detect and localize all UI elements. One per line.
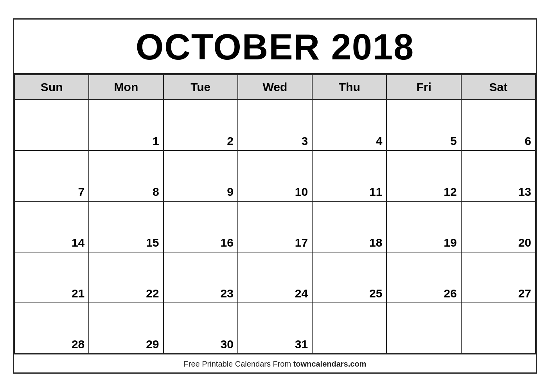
calendar-day-cell: 31 [238,303,312,354]
calendar-week-row: 123456 [14,100,536,150]
calendar-day-cell: 16 [164,201,238,252]
calendar-day-cell: 25 [312,252,386,303]
calendar-day-cell: 11 [312,150,386,201]
calendar-body: 1234567891011121314151617181920212223242… [14,100,536,354]
calendar-day-cell: 14 [14,201,89,252]
calendar-day-cell: 9 [164,150,238,201]
calendar-day-cell: 22 [89,252,163,303]
calendar-week-row: 14151617181920 [14,201,536,252]
calendar-footer: Free Printable Calendars From towncalend… [14,354,536,372]
calendar-day-cell: 8 [89,150,163,201]
header-tue: Tue [164,75,238,100]
calendar-day-cell: 7 [14,150,89,201]
calendar-day-cell: 3 [238,100,312,150]
calendar-day-cell: 21 [14,252,89,303]
footer-text: Free Printable Calendars From [184,360,293,368]
header-wed: Wed [238,75,312,100]
calendar-day-cell: 5 [386,100,461,150]
calendar-week-row: 28293031 [14,303,536,354]
header-thu: Thu [312,75,386,100]
calendar-day-cell: 12 [386,150,461,201]
calendar-week-row: 21222324252627 [14,252,536,303]
calendar-day-cell: 27 [461,252,536,303]
calendar-title: OCTOBER 2018 [14,20,536,74]
calendar-day-cell: 13 [461,150,536,201]
calendar-day-cell: 24 [238,252,312,303]
calendar-day-cell [461,303,536,354]
calendar-grid: Sun Mon Tue Wed Thu Fri Sat 123456789101… [14,74,536,354]
header-sat: Sat [461,75,536,100]
calendar-day-cell: 19 [386,201,461,252]
calendar-day-cell: 4 [312,100,386,150]
calendar-day-cell: 29 [89,303,163,354]
calendar-day-cell: 30 [164,303,238,354]
calendar-day-cell: 10 [238,150,312,201]
calendar-day-cell: 1 [89,100,163,150]
days-header-row: Sun Mon Tue Wed Thu Fri Sat [14,75,536,100]
calendar-day-cell [312,303,386,354]
calendar-day-cell: 28 [14,303,89,354]
calendar-day-cell [386,303,461,354]
header-sun: Sun [14,75,89,100]
calendar-container: OCTOBER 2018 Sun Mon Tue Wed Thu Fri Sat… [13,18,537,374]
calendar-day-cell: 23 [164,252,238,303]
calendar-day-cell: 2 [164,100,238,150]
calendar-day-cell: 18 [312,201,386,252]
calendar-day-cell [14,100,89,150]
calendar-day-cell: 26 [386,252,461,303]
header-mon: Mon [89,75,163,100]
calendar-day-cell: 6 [461,100,536,150]
calendar-day-cell: 17 [238,201,312,252]
calendar-day-cell: 15 [89,201,163,252]
calendar-week-row: 78910111213 [14,150,536,201]
footer-site: towncalendars.com [293,360,367,368]
header-fri: Fri [386,75,461,100]
calendar-day-cell: 20 [461,201,536,252]
